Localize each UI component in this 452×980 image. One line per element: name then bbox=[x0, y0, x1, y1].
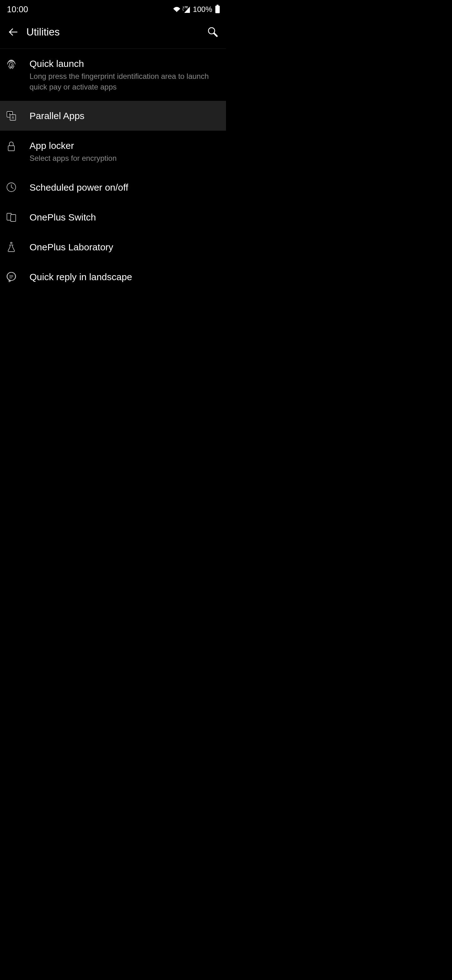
item-content: Quick launch Long press the fingerprint … bbox=[30, 57, 220, 92]
item-content: App locker Select apps for encryption bbox=[30, 140, 220, 164]
fingerprint-icon bbox=[6, 59, 17, 70]
svg-rect-8 bbox=[11, 215, 16, 221]
list-item-parallel-apps[interactable]: A A Parallel Apps bbox=[0, 101, 226, 130]
svg-text:A: A bbox=[12, 116, 14, 119]
flask-icon bbox=[6, 241, 17, 253]
list-item-scheduled-power[interactable]: Scheduled power on/off bbox=[0, 172, 226, 202]
item-content: Parallel Apps bbox=[30, 110, 220, 122]
svg-rect-5 bbox=[8, 146, 14, 151]
item-title: Quick reply in landscape bbox=[30, 271, 220, 283]
status-icons: LTE bbox=[173, 6, 190, 13]
status-right: LTE 100% bbox=[173, 5, 220, 14]
list-item-oneplus-laboratory[interactable]: OnePlus Laboratory bbox=[0, 232, 226, 262]
item-content: Quick reply in landscape bbox=[30, 271, 220, 283]
battery-icon bbox=[215, 6, 220, 13]
arrow-left-icon bbox=[8, 26, 19, 38]
wifi-icon bbox=[173, 6, 181, 13]
item-title: OnePlus Laboratory bbox=[30, 241, 220, 253]
item-title: App locker bbox=[30, 140, 220, 152]
lock-icon bbox=[6, 141, 17, 152]
search-icon bbox=[207, 26, 219, 38]
item-title: Parallel Apps bbox=[30, 110, 220, 122]
settings-list: Quick launch Long press the fingerprint … bbox=[0, 49, 226, 292]
list-item-oneplus-switch[interactable]: OnePlus Switch bbox=[0, 202, 226, 232]
device-switch-icon bbox=[6, 212, 17, 223]
search-button[interactable] bbox=[206, 25, 220, 39]
chat-bubble-icon bbox=[6, 271, 17, 282]
cellular-icon: LTE bbox=[182, 6, 190, 13]
list-item-quick-launch[interactable]: Quick launch Long press the fingerprint … bbox=[0, 49, 226, 101]
item-subtitle: Select apps for encryption bbox=[30, 153, 220, 164]
back-button[interactable] bbox=[6, 25, 20, 39]
status-time: 10:00 bbox=[7, 5, 28, 14]
item-subtitle: Long press the fingerprint identificatio… bbox=[30, 71, 220, 92]
battery-percent: 100% bbox=[193, 5, 212, 14]
svg-point-9 bbox=[11, 242, 12, 244]
clock-icon bbox=[6, 181, 17, 193]
page-title: Utilities bbox=[26, 26, 206, 38]
item-content: OnePlus Laboratory bbox=[30, 241, 220, 253]
item-title: Quick launch bbox=[30, 57, 220, 70]
status-bar: 10:00 LTE 100% bbox=[0, 0, 226, 16]
list-item-quick-reply[interactable]: Quick reply in landscape bbox=[0, 262, 226, 292]
item-content: OnePlus Switch bbox=[30, 211, 220, 223]
list-item-app-locker[interactable]: App locker Select apps for encryption bbox=[0, 130, 226, 172]
svg-point-10 bbox=[7, 272, 15, 280]
item-title: Scheduled power on/off bbox=[30, 181, 220, 194]
item-content: Scheduled power on/off bbox=[30, 181, 220, 194]
parallel-apps-icon: A A bbox=[6, 110, 17, 122]
item-title: OnePlus Switch bbox=[30, 211, 220, 223]
app-bar: Utilities bbox=[0, 16, 226, 49]
